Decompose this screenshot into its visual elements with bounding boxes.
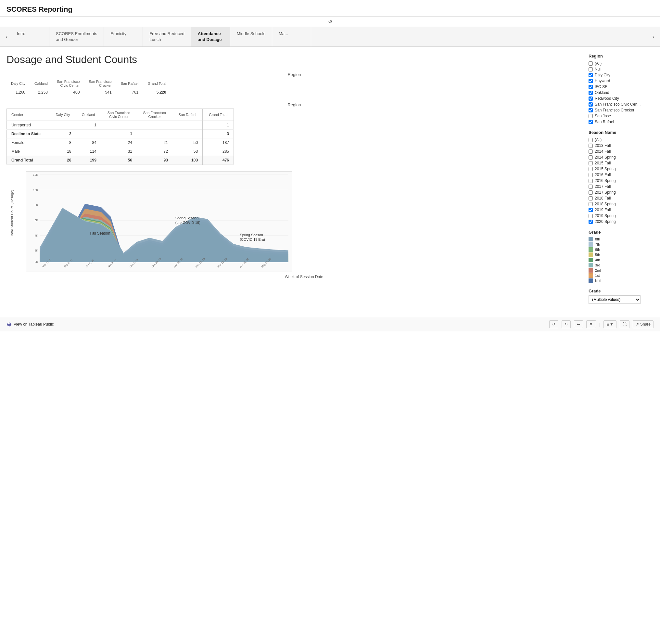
season-2016fall-checkbox[interactable] — [589, 173, 593, 177]
gender-female-oakland: 84 — [76, 138, 101, 147]
tab-free-reduced[interactable]: Free and ReducedLunch — [143, 27, 191, 46]
grade-legend: Grade 8th 7th 6th 5th 4th — [589, 230, 654, 283]
season-2014spring-checkbox[interactable] — [589, 155, 593, 160]
tab-more[interactable]: Ma... — [272, 27, 311, 46]
season-2014spring[interactable]: 2014 Spring — [589, 154, 654, 160]
region-ifc-sf-checkbox[interactable] — [589, 85, 593, 89]
region-oakland[interactable]: Oakland — [589, 90, 654, 95]
col-san-rafael: San Rafael — [116, 78, 143, 89]
region-ifc-sf[interactable]: IFC-SF — [589, 84, 654, 90]
gender-female-sf-civic: 24 — [101, 138, 137, 147]
redo-button[interactable]: ↻ — [562, 320, 571, 328]
season-2015spring-checkbox[interactable] — [589, 167, 593, 171]
region-all-checkbox[interactable] — [589, 62, 593, 66]
region-san-jose-label: San Jose — [595, 114, 611, 118]
season-2014fall-checkbox[interactable] — [589, 150, 593, 154]
tab-middle-schools[interactable]: Middle Schools — [230, 27, 272, 46]
region-sf-civic-checkbox[interactable] — [589, 102, 593, 107]
tableau-logo[interactable]: View on Tableau Public — [6, 322, 54, 327]
season-2017fall-checkbox[interactable] — [589, 185, 593, 189]
season-all[interactable]: (All) — [589, 137, 654, 143]
season-2013fall[interactable]: 2013 Fall — [589, 143, 654, 148]
region-all[interactable]: (All) — [589, 61, 654, 66]
region-hayward[interactable]: Hayward — [589, 78, 654, 84]
season-2018fall-checkbox[interactable] — [589, 196, 593, 201]
tab-attendance[interactable]: Attendanceand Dosage — [191, 27, 230, 46]
tableau-label: View on Tableau Public — [14, 322, 54, 326]
gender-female-daly: 8 — [50, 138, 76, 147]
region-sf-crocker[interactable]: San Francisco Crocker — [589, 107, 654, 113]
tab-intro[interactable]: Intro — [10, 27, 49, 46]
summary-region-header: Region — [6, 72, 582, 77]
val-sf-civic: 400 — [52, 89, 84, 96]
row-unreported: Unreported 1 1 — [7, 121, 234, 130]
layout-button[interactable]: ⊞▼ — [604, 320, 616, 328]
region-sf-civic-label: San Francisco Civic Cen... — [595, 102, 640, 107]
annotation-fall: Fall Season — [90, 231, 110, 235]
svg-text:0K: 0K — [34, 260, 38, 264]
fullscreen-button[interactable]: ⛶ — [620, 320, 630, 328]
region-san-jose[interactable]: San Jose — [589, 113, 654, 119]
region-sf-civic[interactable]: San Francisco Civic Cen... — [589, 101, 654, 107]
season-2015spring[interactable]: 2015 Spring — [589, 166, 654, 172]
season-2020spring-label: 2020 Spring — [595, 219, 616, 224]
gender-col-total: Grand Total — [203, 109, 234, 121]
undo-button[interactable]: ↺ — [549, 320, 558, 328]
forward-button[interactable]: ▼ — [586, 320, 596, 328]
region-daly-city-checkbox[interactable] — [589, 73, 593, 77]
season-2016fall[interactable]: 2016 Fall — [589, 172, 654, 178]
season-2014fall[interactable]: 2014 Fall — [589, 148, 654, 154]
season-2015fall-checkbox[interactable] — [589, 161, 593, 165]
gender-col-san-rafael: San Rafael — [172, 109, 203, 121]
season-2013fall-checkbox[interactable] — [589, 144, 593, 148]
season-2020spring[interactable]: 2020 Spring — [589, 219, 654, 225]
season-all-checkbox[interactable] — [589, 138, 593, 142]
region-sf-crocker-checkbox[interactable] — [589, 108, 593, 112]
season-2017fall[interactable]: 2017 Fall — [589, 184, 654, 189]
tab-prev-button[interactable]: ‹ — [3, 30, 10, 44]
region-null-checkbox[interactable] — [589, 67, 593, 71]
grade-dropdown[interactable]: (Multiple values) — [589, 295, 640, 304]
refresh-button[interactable]: ↺ — [328, 19, 332, 25]
share-button[interactable]: ↗ Share — [633, 320, 654, 328]
season-2018spring-checkbox[interactable] — [589, 202, 593, 206]
region-san-jose-checkbox[interactable] — [589, 114, 593, 118]
season-2018fall[interactable]: 2018 Fall — [589, 195, 654, 201]
summary-table-section: Region Daly City Oakland San FranciscoCi… — [6, 72, 582, 96]
tab-enrollments[interactable]: SCORES Enrollmentsand Gender — [49, 27, 104, 46]
season-2019spring-checkbox[interactable] — [589, 214, 593, 218]
region-redwood-city[interactable]: Redwood City — [589, 95, 654, 101]
season-2015fall[interactable]: 2015 Fall — [589, 160, 654, 166]
gender-male-oakland: 114 — [76, 147, 101, 156]
area-chart: 12K 10K 8K 6K 4K 2K 0K — [26, 171, 292, 272]
season-2015fall-label: 2015 Fall — [595, 161, 611, 165]
season-2018spring[interactable]: 2018 Spring — [589, 201, 654, 207]
season-2017spring[interactable]: 2017 Spring — [589, 189, 654, 195]
region-daly-city[interactable]: Daly City — [589, 72, 654, 78]
svg-text:2K: 2K — [34, 249, 38, 252]
season-2015spring-label: 2015 Spring — [595, 167, 616, 171]
tab-ethnicity[interactable]: Ethnicity — [104, 27, 143, 46]
gender-female-total: 187 — [203, 138, 234, 147]
gender-total-san-rafael: 103 — [172, 156, 203, 165]
region-san-rafael[interactable]: San Rafael — [589, 119, 654, 125]
region-oakland-checkbox[interactable] — [589, 91, 593, 95]
region-san-rafael-checkbox[interactable] — [589, 120, 593, 124]
tab-next-button[interactable]: › — [650, 30, 657, 44]
season-2019fall[interactable]: 2019 Fall — [589, 207, 654, 213]
region-redwood-city-checkbox[interactable] — [589, 96, 593, 101]
gender-male-label: Male — [7, 147, 50, 156]
season-2016spring[interactable]: 2016 Spring — [589, 178, 654, 184]
gender-male-san-rafael: 53 — [172, 147, 203, 156]
season-2017spring-checkbox[interactable] — [589, 190, 593, 194]
gender-region-header: Region — [6, 102, 582, 107]
region-null[interactable]: Null — [589, 66, 654, 72]
season-2016spring-checkbox[interactable] — [589, 179, 593, 183]
season-2019spring[interactable]: 2019 Spring — [589, 213, 654, 219]
back-button[interactable]: ⬅ — [574, 320, 583, 328]
season-2020spring-checkbox[interactable] — [589, 220, 593, 224]
region-hayward-checkbox[interactable] — [589, 79, 593, 83]
svg-text:12K: 12K — [33, 173, 38, 177]
season-2019fall-checkbox[interactable] — [589, 208, 593, 212]
legend-3rd-label: 3rd — [595, 263, 600, 267]
